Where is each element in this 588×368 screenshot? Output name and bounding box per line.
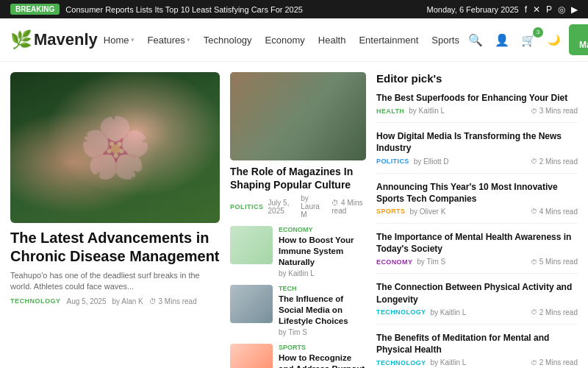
featured-article: The Role of Magazines In Shaping Popular… <box>230 72 366 219</box>
hero-read-time: ⏱ 3 Mins read <box>149 297 197 305</box>
top-bar-right: Monday, 6 February 2025 f ✕ P ◎ ▶ <box>426 4 578 15</box>
pick-3-meta: SPORTS by Oliver K ⏱4 Mins read <box>376 208 578 216</box>
nav-entertainment[interactable]: Entertainment <box>353 32 424 49</box>
small-article-3-title: How to Recognize and Address Burnout <box>279 353 366 368</box>
pick-4-author: by Tim S <box>417 258 445 266</box>
pick-4-title: The Importance of Mental Health Awarenes… <box>376 231 578 255</box>
pick-2-title: How Digital Media Is Transforming the Ne… <box>376 130 578 154</box>
small-article-2: TECH The Influence of Social Media on Li… <box>230 285 366 336</box>
hero-description: Teahupo'o has one of the deadliest surf … <box>10 270 220 293</box>
pick-4-read-time: ⏱5 Mins read <box>531 258 578 266</box>
cart-count: 3 <box>533 27 543 38</box>
small-article-3-image <box>230 344 273 368</box>
date-display: Monday, 6 February 2025 <box>426 5 518 14</box>
nav-features[interactable]: Features ▾ <box>142 32 196 49</box>
pick-5-tag[interactable]: TECHNOLOGY <box>376 308 426 316</box>
hero-image: 🌸 <box>10 72 220 223</box>
featured-tag[interactable]: POLITICS <box>230 203 264 210</box>
pick-6-tag[interactable]: TECHNOLOGY <box>376 359 426 367</box>
pick-6-title: The Benefits of Meditation for Mental an… <box>376 332 578 355</box>
pick-3-author: by Oliver K <box>409 208 445 216</box>
pick-item-3: Announcing This Year's 10 Most Innovativ… <box>376 181 578 224</box>
instagram-icon[interactable]: ◎ <box>558 4 565 15</box>
featured-title: The Role of Magazines In Shaping Popular… <box>230 165 366 191</box>
pick-3-title: Announcing This Year's 10 Most Innovativ… <box>376 181 578 205</box>
pick-2-read-time: ⏱2 Mins read <box>531 158 578 166</box>
pick-4-tag[interactable]: ECONOMY <box>376 258 412 266</box>
navbar: 🌿 Mavenly Home ▾ Features ▾ Technology E… <box>0 18 588 62</box>
cart-button[interactable]: 🛒3 <box>518 32 539 49</box>
editor-picks: Editor pick's The Best Superfoods for En… <box>376 72 578 368</box>
pick-3-read-time: ⏱4 Mins read <box>531 208 578 216</box>
social-icons: f ✕ P ◎ ▶ <box>525 4 578 15</box>
nav-home[interactable]: Home ▾ <box>98 32 140 49</box>
buy-button[interactable]: Buy Magazin <box>569 24 588 55</box>
hero-date: Aug 5, 2025 <box>67 297 107 305</box>
twitter-icon[interactable]: ✕ <box>533 4 540 15</box>
pick-6-read-time: ⏱2 Mins read <box>531 358 578 367</box>
youtube-icon[interactable]: ▶ <box>571 4 578 15</box>
pinterest-icon[interactable]: P <box>546 4 552 15</box>
pick-1-author: by Kaitlin L <box>409 107 445 115</box>
featured-author: by Laura M <box>301 194 327 219</box>
pick-5-author: by Kaitlin L <box>431 308 467 316</box>
small-article-1-tag[interactable]: ECONOMY <box>279 226 366 233</box>
featured-date: July 5, 2025 <box>268 199 297 215</box>
pick-3-tag[interactable]: SPORTS <box>376 208 405 215</box>
nav-sports[interactable]: Sports <box>426 32 465 49</box>
nav-economy[interactable]: Economy <box>259 32 311 49</box>
small-article-2-image <box>230 285 273 323</box>
small-article-2-meta: by Tim S <box>279 328 366 336</box>
top-bar-left: Breaking Consumer Reports Lists Its Top … <box>10 4 303 15</box>
pick-1-meta: HEALTH by Kaitlin L ⏱3 Mins read <box>376 107 578 115</box>
small-article-1-meta: by Kaitlin L <box>279 269 366 277</box>
hero-meta: Technology Aug 5, 2025 by Alan K ⏱ 3 Min… <box>10 297 220 305</box>
nav-links: Home ▾ Features ▾ Technology Economy Hea… <box>98 32 465 49</box>
small-article-3-content: SPORTS How to Recognize and Address Burn… <box>279 344 366 368</box>
chevron-icon: ▾ <box>187 36 190 43</box>
logo-icon: 🌿 <box>10 29 32 50</box>
featured-meta: POLITICS July 5, 2025 by Laura M ⏱ 4 Min… <box>230 194 366 219</box>
logo-text: Mavenly <box>34 30 98 49</box>
nav-health[interactable]: Health <box>312 32 352 49</box>
nav-technology[interactable]: Technology <box>198 32 258 49</box>
nav-icons: 🔍 👤 🛒3 🌙 Buy Magazin ☰ <box>465 24 588 55</box>
facebook-icon[interactable]: f <box>525 4 527 15</box>
pick-item-2: How Digital Media Is Transforming the Ne… <box>376 130 578 173</box>
pick-1-title: The Best Superfoods for Enhancing Your D… <box>376 92 578 104</box>
small-article-1-title: How to Boost Your Immune System Naturall… <box>279 235 366 268</box>
hero-tag[interactable]: Technology <box>10 297 61 305</box>
pick-5-read-time: ⏱2 Mins read <box>531 308 578 316</box>
editor-picks-title: Editor pick's <box>376 72 578 85</box>
hero-text: The Latest Advancements in Chronic Disea… <box>10 229 220 305</box>
hero-title: The Latest Advancements in Chronic Disea… <box>10 229 220 266</box>
small-article-2-tag[interactable]: TECH <box>279 285 366 292</box>
featured-image-inner <box>230 72 366 160</box>
search-button[interactable]: 🔍 <box>465 32 486 49</box>
featured-image <box>230 72 366 160</box>
small-article-1: ECONOMY How to Boost Your Immune System … <box>230 226 366 277</box>
dark-mode-button[interactable]: 🌙 <box>545 32 563 47</box>
hero-author: by Alan K <box>112 297 143 305</box>
pick-item-1: The Best Superfoods for Enhancing Your D… <box>376 92 578 123</box>
breaking-badge: Breaking <box>10 4 60 15</box>
pick-item-5: The Connection Between Physical Activity… <box>376 281 578 324</box>
hero-section: 🌸 The Latest Advancements in Chronic Dis… <box>10 72 220 368</box>
hero-decoration: 🌸 <box>10 72 220 223</box>
small-article-3-tag[interactable]: SPORTS <box>279 344 366 351</box>
pick-item-4: The Importance of Mental Health Awarenes… <box>376 231 578 274</box>
logo: 🌿 Mavenly <box>10 29 98 50</box>
pick-5-title: The Connection Between Physical Activity… <box>376 281 578 305</box>
breaking-text: Consumer Reports Lists Its Top 10 Least … <box>65 5 303 14</box>
pick-2-tag[interactable]: POLITICS <box>376 158 409 165</box>
pick-2-author: by Elliott D <box>414 158 449 166</box>
top-bar: Breaking Consumer Reports Lists Its Top … <box>0 0 588 18</box>
pick-1-tag[interactable]: HEALTH <box>376 107 404 115</box>
small-article-3: SPORTS How to Recognize and Address Burn… <box>230 344 366 368</box>
small-article-2-content: TECH The Influence of Social Media on Li… <box>279 285 366 336</box>
pick-6-author: by Kaitlin L <box>431 358 467 367</box>
user-button[interactable]: 👤 <box>492 32 512 49</box>
pick-6-meta: TECHNOLOGY by Kaitlin L ⏱2 Mins read <box>376 358 578 367</box>
small-article-1-image <box>230 226 273 264</box>
small-article-1-content: ECONOMY How to Boost Your Immune System … <box>279 226 366 277</box>
